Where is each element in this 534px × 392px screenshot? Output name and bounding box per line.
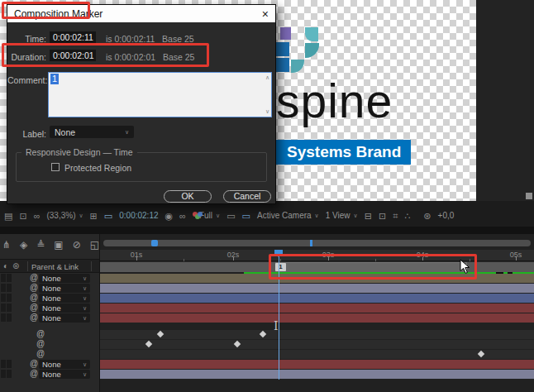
layer-duration-bar[interactable] bbox=[100, 294, 534, 303]
region-of-interest-icon[interactable]: ▭ bbox=[104, 211, 112, 221]
current-time-display[interactable]: 0:00:02:12 bbox=[119, 211, 158, 220]
property-pickwhip-icon[interactable]: @ bbox=[36, 339, 45, 348]
property-pickwhip-icon[interactable]: @ bbox=[36, 329, 45, 338]
scroll-up-icon[interactable]: ∧ bbox=[265, 74, 269, 81]
parent-link-value: None bbox=[42, 370, 61, 379]
label-select[interactable]: None ∨ bbox=[50, 126, 134, 138]
property-row-controls: @ bbox=[0, 340, 99, 349]
panel-resize-handle[interactable] bbox=[526, 193, 532, 199]
close-icon[interactable]: × bbox=[262, 8, 269, 20]
graph-editor-icon[interactable]: ◱ bbox=[90, 239, 99, 251]
frame-blending-icon[interactable]: ▣ bbox=[54, 239, 63, 251]
highlight-dialog-title bbox=[2, 2, 90, 19]
parent-pickwhip-icon[interactable]: @ bbox=[30, 369, 38, 378]
layer-row-controls: @None∨ bbox=[0, 294, 99, 303]
parent-link-select[interactable]: None∨ bbox=[39, 284, 90, 293]
parent-link-select[interactable]: None∨ bbox=[39, 294, 90, 303]
logo-banner: Systems Brand bbox=[276, 140, 411, 165]
target-region-icon[interactable]: ▭ bbox=[226, 211, 235, 221]
composition-marker-dialog: Composition Marker × Time: 0:00:02:11 is… bbox=[7, 4, 276, 204]
layer-toggle-cell[interactable] bbox=[1, 294, 6, 302]
chevron-down-icon: ∨ bbox=[79, 213, 83, 219]
layer-row-controls: @None∨ bbox=[0, 304, 99, 313]
layer-toggle-cell[interactable] bbox=[1, 360, 6, 368]
property-pickwhip-icon[interactable]: @ bbox=[36, 349, 45, 358]
parent-pickwhip-icon[interactable]: @ bbox=[30, 273, 38, 282]
layer-toggle-cell[interactable] bbox=[1, 370, 6, 378]
layer-duration-bar[interactable] bbox=[100, 313, 534, 323]
property-row-track bbox=[100, 330, 534, 339]
layer-toggle-cell[interactable] bbox=[7, 294, 12, 302]
ruler-tick-mark bbox=[233, 257, 234, 261]
time-input[interactable]: 0:00:02:11 bbox=[50, 31, 96, 43]
chevron-down-icon: ∨ bbox=[83, 371, 87, 378]
master-view-icon[interactable]: ⊡ bbox=[379, 211, 386, 221]
responsive-design-title: Responsive Design — Time bbox=[21, 147, 137, 157]
cancel-button[interactable]: Cancel bbox=[223, 190, 271, 203]
motion-blur-icon[interactable]: ⊘ bbox=[73, 239, 81, 251]
layer-toggle-cell[interactable] bbox=[1, 313, 6, 322]
ruler-tick-mark bbox=[516, 257, 517, 261]
banner-text: Systems Brand bbox=[276, 140, 411, 165]
3d-view-select[interactable]: Active Camera∨ bbox=[257, 211, 319, 220]
ok-button[interactable]: OK bbox=[164, 190, 212, 203]
layer-toggle-cell[interactable] bbox=[7, 313, 12, 322]
parent-pickwhip-icon[interactable]: @ bbox=[30, 283, 38, 292]
parent-link-column-header: Parent & Link bbox=[31, 262, 79, 271]
draft-3d-icon[interactable]: ◈ bbox=[20, 239, 27, 251]
parent-pickwhip-icon[interactable]: @ bbox=[30, 293, 38, 302]
mouse-pointer-cursor bbox=[460, 259, 470, 275]
resolution-select[interactable]: Full∨ bbox=[199, 211, 220, 220]
adjust-exposure-icon[interactable]: ⊛ bbox=[423, 211, 431, 221]
layer-toggle-cell[interactable] bbox=[1, 274, 6, 282]
transparency-grid-icon[interactable]: ▭ bbox=[242, 211, 250, 221]
panel-gap bbox=[0, 227, 534, 234]
layer-toggle-cell[interactable] bbox=[7, 360, 12, 368]
scroll-down-icon[interactable]: ∨ bbox=[265, 108, 269, 115]
parent-pickwhip-icon[interactable]: @ bbox=[30, 303, 38, 312]
layer-toggle-cell[interactable] bbox=[7, 274, 12, 282]
parent-link-select[interactable]: None∨ bbox=[39, 304, 90, 313]
layer-toggle-cell[interactable] bbox=[7, 284, 12, 292]
layer-duration-bar[interactable] bbox=[100, 360, 534, 369]
exposure-value: +0,0 bbox=[438, 211, 455, 220]
layer-duration-bar[interactable] bbox=[100, 370, 534, 379]
layer-duration-bar[interactable] bbox=[100, 304, 534, 313]
parent-link-select[interactable]: None∨ bbox=[39, 274, 90, 283]
parent-link-select[interactable]: None∨ bbox=[39, 370, 90, 379]
take-snapshot-icon[interactable]: ◉ bbox=[165, 211, 174, 221]
protected-region-checkbox[interactable] bbox=[51, 163, 60, 171]
parent-link-select[interactable]: None∨ bbox=[39, 313, 90, 323]
pixel-aspect-icon[interactable]: ⌗ bbox=[393, 211, 398, 221]
logo-teal-tile bbox=[305, 27, 318, 41]
layer-toggle-cell[interactable] bbox=[7, 304, 12, 312]
hide-shy-layers-icon[interactable]: ≜ bbox=[36, 239, 45, 251]
highlight-duration-row bbox=[2, 43, 209, 67]
parent-link-value: None bbox=[42, 294, 61, 303]
chevron-down-icon: ∨ bbox=[83, 275, 87, 282]
share-view-icon[interactable]: ⊟ bbox=[365, 211, 372, 221]
parent-link-select[interactable]: None∨ bbox=[39, 360, 90, 369]
snapshot-glasses-icon[interactable]: ∞ bbox=[34, 211, 41, 221]
layer-row-controls: @None∨ bbox=[0, 313, 99, 323]
composition-mini-flowchart-icon[interactable]: ⋔ bbox=[2, 239, 11, 251]
layer-toggle-cell[interactable] bbox=[1, 284, 6, 292]
layer-duration-bar[interactable] bbox=[100, 284, 534, 293]
logo-purple-square bbox=[280, 27, 291, 40]
view-layout-select[interactable]: 1 View∨ bbox=[326, 211, 358, 220]
comment-textarea[interactable]: 1 ∧ ∨ bbox=[48, 72, 272, 117]
navigator-handle[interactable] bbox=[151, 240, 158, 246]
magnification-monitor-icon[interactable]: ⊡ bbox=[19, 211, 26, 221]
parent-pickwhip-icon[interactable]: @ bbox=[30, 359, 38, 368]
time-navigator-bar[interactable] bbox=[103, 240, 531, 246]
layer-toggle-cell[interactable] bbox=[7, 370, 12, 378]
panel-options-icon[interactable]: ▤ bbox=[4, 211, 12, 221]
fast-previews-icon[interactable]: ∴ bbox=[404, 211, 410, 221]
parent-link-value: None bbox=[42, 360, 61, 369]
grid-and-guides-icon[interactable]: ⊞ bbox=[90, 211, 98, 221]
parent-pickwhip-icon[interactable]: @ bbox=[30, 313, 38, 322]
label-select-value: None bbox=[55, 127, 75, 137]
show-last-snapshot-icon[interactable]: ∞ bbox=[179, 211, 186, 221]
magnification-ratio-select[interactable]: (33,3%)∨ bbox=[46, 211, 83, 220]
layer-toggle-cell[interactable] bbox=[1, 304, 6, 312]
